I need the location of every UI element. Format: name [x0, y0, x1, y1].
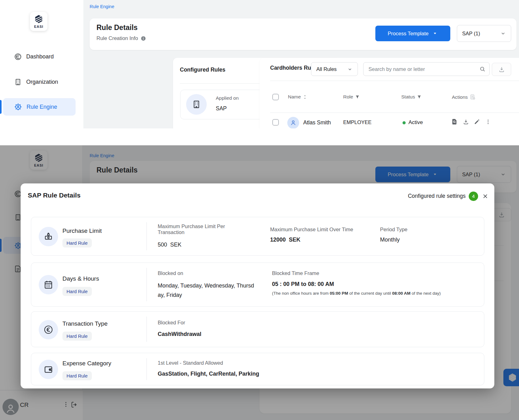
scope-select[interactable]: SAP (1) — [457, 25, 511, 42]
configured-settings-count-badge: 4 — [469, 192, 478, 201]
field-label: Blocked on — [158, 270, 183, 276]
cardholders-card: Cardholders Rule List All Rules Name — [260, 58, 519, 128]
field-value: Monday, Tuesday, Wednesday, Thursday, Fr… — [158, 281, 255, 300]
configured-settings-label: Configured rule settings — [408, 193, 466, 199]
search-input[interactable] — [368, 66, 479, 72]
close-icon[interactable] — [481, 192, 490, 201]
euro-icon — [43, 325, 53, 335]
download-icon — [498, 66, 505, 73]
sidebar-item-label: Organization — [26, 79, 58, 85]
page-subtitle: Rule Creation Info — [96, 35, 138, 41]
avatar — [287, 117, 299, 128]
row-checkbox[interactable] — [272, 119, 279, 126]
active-nav-indicator — [0, 100, 2, 114]
hard-rule-badge: Hard Rule — [62, 332, 92, 341]
sidebar-item-rule-engine[interactable]: Rule Engine — [3, 98, 76, 116]
divider — [270, 81, 519, 81]
filter-funnel-icon[interactable] — [355, 95, 360, 99]
rule-card-purchase-limit: Purchase Limit Hard Rule Maximum Purchas… — [31, 217, 484, 256]
purchase-limit-icon-circle — [39, 227, 58, 246]
row-kebab-menu-icon[interactable] — [485, 119, 491, 125]
bulk-action-doc-icon[interactable] — [470, 94, 476, 100]
field-value: 500 SEK — [158, 242, 181, 248]
rule-card-transaction-type: Transaction Type Hard Rule Blocked For C… — [31, 311, 484, 347]
status-dot — [403, 121, 406, 124]
column-header-name[interactable]: Name — [288, 94, 307, 100]
field-value: Monthly — [380, 237, 400, 243]
sidebar-item-label: Rule Engine — [27, 104, 57, 110]
breadcrumb[interactable]: Rule Engine — [90, 4, 114, 9]
dashboard-icon — [14, 53, 22, 61]
sort-icon[interactable] — [303, 95, 307, 99]
org-icon-circle — [186, 94, 207, 115]
row-file-search-icon[interactable] — [451, 118, 458, 125]
row-edit-pencil-icon[interactable] — [474, 119, 480, 125]
cardholder-role: EMPLOYEE — [343, 119, 372, 125]
rule-name: Purchase Limit — [62, 228, 102, 234]
process-template-label: Process Template — [388, 31, 429, 37]
sidebar-item-dashboard[interactable]: Dashboard — [0, 50, 78, 63]
divider — [146, 222, 147, 250]
select-all-checkbox[interactable] — [272, 94, 279, 100]
configured-rules-title: Configured Rules — [180, 67, 225, 73]
scope-select-value: SAP (1) — [462, 31, 480, 37]
field-label: Maximum Purchase Limit Per Transaction — [158, 223, 233, 235]
rule-name: Expense Category — [62, 360, 111, 367]
cash-lock-icon — [43, 232, 53, 242]
person-icon — [290, 119, 297, 126]
column-header-status[interactable]: Status — [401, 94, 422, 100]
sidebar-item-organization[interactable]: Organization — [0, 75, 78, 89]
rule-name: Transaction Type — [62, 320, 108, 327]
field-value: GasStation, Flight, CarRental, Parking — [158, 371, 259, 377]
easi-hexagon-icon — [34, 14, 43, 24]
modal-title: SAP Rule Details — [28, 192, 81, 199]
expense-category-icon-circle — [39, 360, 58, 379]
field-label: Blocked Time Frame — [272, 270, 319, 276]
hard-rule-badge: Hard Rule — [62, 238, 92, 248]
building-icon — [14, 78, 22, 86]
main-content: Rule Engine Rule Details Rule Creation I… — [83, 0, 519, 128]
filter-funnel-icon[interactable] — [417, 95, 422, 99]
app-logo: EASI — [30, 12, 47, 31]
rules-filter-select[interactable]: All Rules — [311, 62, 358, 76]
field-label: 1st Level - Standard Allowed — [158, 360, 223, 366]
building-icon — [192, 100, 201, 109]
hard-rule-badge: Hard Rule — [62, 287, 92, 296]
time-frame-note: (The non office hours are from 05:00 PM … — [272, 291, 441, 296]
divider — [270, 112, 519, 113]
divider — [146, 358, 147, 380]
transaction-type-icon-circle — [39, 320, 58, 339]
divider — [146, 317, 147, 342]
top-screenshot: EASI Dashboard Organization Rule Engine … — [0, 0, 519, 145]
applied-on-value: SAP — [216, 105, 227, 112]
caret-down-icon — [432, 31, 438, 36]
sap-rule-details-modal: SAP Rule Details Configured rule setting… — [21, 183, 494, 388]
rule-card-expense-category: Expense Category Hard Rule 1st Level - S… — [31, 353, 484, 385]
process-template-button[interactable]: Process Template — [375, 26, 450, 41]
field-value: CashWithdrawal — [158, 331, 201, 338]
chevron-down-icon — [500, 31, 506, 36]
rule-name: Days & Hours — [62, 275, 99, 282]
field-label: Period Type — [380, 227, 408, 232]
hard-rule-badge: Hard Rule — [62, 371, 92, 380]
column-header-actions: Actions — [452, 94, 476, 100]
column-header-role[interactable]: Role — [343, 94, 360, 100]
rule-details-header-card: Rule Details Rule Creation Info — [90, 18, 517, 50]
screen: EASI Dashboard Organization Rule Engine … — [0, 0, 519, 420]
field-label: Maximum Purchase Limit Over Time — [270, 227, 353, 232]
applied-on-label: Applied on — [216, 95, 239, 101]
field-label: Blocked For — [158, 320, 185, 326]
sidebar: EASI Dashboard Organization Rule Engine — [0, 0, 83, 128]
logo-text: EASI — [34, 25, 43, 28]
calendar-icon — [43, 280, 53, 290]
info-icon[interactable] — [141, 36, 146, 41]
wallet-icon — [43, 364, 53, 374]
chevron-down-icon — [347, 67, 353, 72]
field-value: 05 : 00 PM to 08: 00 AM — [272, 281, 334, 288]
cardholder-name[interactable]: Atlas Smith — [303, 119, 331, 126]
search-icon[interactable] — [479, 66, 486, 72]
days-hours-icon-circle — [39, 275, 58, 294]
row-download-icon[interactable] — [463, 119, 469, 125]
field-value: 12000 SEK — [270, 237, 300, 243]
export-list-button[interactable] — [492, 63, 511, 76]
